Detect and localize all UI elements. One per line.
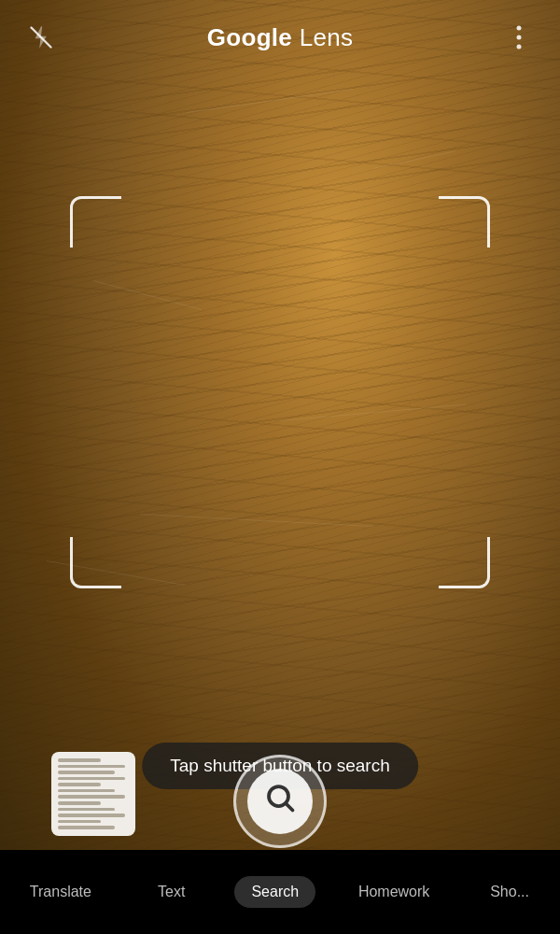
thumb-line-6	[58, 789, 115, 793]
nav-item-homework[interactable]: Homework	[342, 876, 446, 908]
thumb-line-8	[58, 801, 101, 805]
nav-item-shopping[interactable]: Sho...	[472, 876, 547, 908]
bottom-nav: Translate Text Search Homework Sho...	[0, 850, 560, 934]
nav-label-homework: Homework	[358, 884, 429, 900]
nav-label-search: Search	[251, 884, 299, 900]
corner-bracket-bottom-left	[70, 537, 121, 588]
corner-bracket-bottom-right	[439, 537, 490, 588]
thumb-line-12	[58, 826, 115, 829]
lens-wordmark: Lens	[300, 23, 354, 51]
corner-bracket-top-right	[439, 196, 490, 248]
svg-point-1	[516, 35, 521, 40]
thumb-line-3	[58, 771, 115, 774]
more-options-icon[interactable]	[500, 19, 538, 56]
shutter-inner-circle	[247, 769, 313, 834]
top-bar: Google Lens	[0, 0, 560, 75]
thumb-line-2	[58, 765, 125, 769]
nav-item-text[interactable]: Text	[134, 876, 209, 908]
nav-label-text: Text	[158, 884, 185, 900]
svg-point-0	[516, 26, 521, 31]
nav-item-search[interactable]: Search	[234, 876, 315, 908]
nav-label-translate: Translate	[30, 884, 91, 900]
nav-label-shopping: Sho...	[490, 884, 529, 900]
thumb-line-7	[58, 795, 125, 799]
viewfinder-brackets	[70, 196, 490, 588]
nav-item-translate[interactable]: Translate	[13, 876, 108, 908]
flash-off-icon[interactable]	[22, 19, 60, 56]
thumbnail-content	[52, 753, 134, 835]
thumb-line-1	[58, 758, 101, 762]
corner-bracket-top-left	[70, 196, 121, 248]
search-icon	[263, 781, 297, 822]
thumb-line-5	[58, 783, 101, 786]
svg-point-2	[516, 45, 521, 50]
thumbnail-preview[interactable]	[51, 752, 135, 836]
shutter-button[interactable]	[233, 755, 327, 848]
thumb-line-9	[58, 808, 115, 812]
app-title: Google Lens	[207, 23, 353, 52]
google-wordmark: Google	[207, 23, 292, 51]
thumb-line-4	[58, 777, 125, 781]
thumb-line-11	[58, 820, 101, 824]
thumb-line-10	[58, 814, 125, 817]
